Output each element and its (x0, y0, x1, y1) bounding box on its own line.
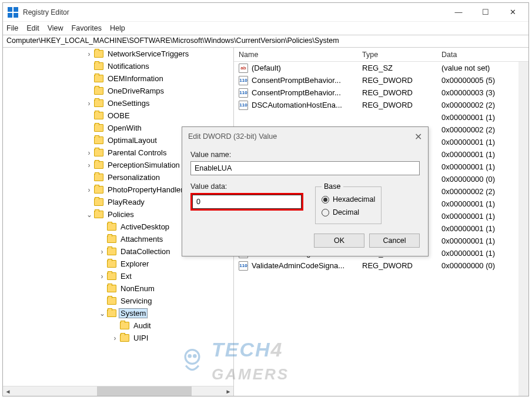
value-name: ValidateAdminCodeSigna... (252, 261, 344, 270)
dword-value-icon: 110 (239, 88, 248, 98)
folder-icon (107, 235, 116, 243)
list-row[interactable]: 110DSCAutomationHostEna...REG_DWORD0x000… (234, 99, 528, 111)
list-row[interactable]: 0x00000001 (1) (234, 111, 528, 124)
tree-label: PerceptionSimulation (106, 160, 182, 170)
radio-dec-icon (322, 209, 329, 216)
folder-icon (94, 62, 103, 70)
value-data: 0x00000001 (1) (437, 138, 528, 146)
menu-file[interactable]: File (6, 24, 18, 32)
menubar: File Edit View Favorites Help (3, 22, 528, 35)
tree-item[interactable]: Explorer (3, 258, 232, 270)
tree-item[interactable]: OEMInformation (3, 72, 232, 85)
folder-icon (107, 297, 116, 305)
folder-icon (94, 87, 103, 95)
tree-item[interactable]: ⌄System (3, 307, 232, 319)
tree-label: UIPI (132, 333, 150, 343)
expand-icon[interactable]: › (85, 99, 93, 108)
folder-icon (107, 309, 116, 317)
window-controls: — ☐ ✕ (445, 4, 526, 21)
expand-icon[interactable]: › (85, 50, 93, 58)
folder-icon (107, 285, 116, 292)
string-value-icon: ab (239, 64, 248, 73)
expand-icon[interactable]: › (85, 149, 93, 157)
titlebar[interactable]: Registry Editor — ☐ ✕ (3, 3, 528, 22)
radio-decimal[interactable]: Decimal (322, 206, 375, 219)
expand-icon[interactable]: ⌄ (85, 211, 93, 219)
expand-icon[interactable]: ⌄ (98, 309, 106, 318)
tree-item[interactable]: ›OneSettings (3, 97, 232, 109)
list-row[interactable]: 110ConsentPromptBehavior...REG_DWORD0x00… (234, 86, 528, 99)
dialog-titlebar[interactable]: Edit DWORD (32-bit) Value ✕ (182, 127, 428, 146)
folder-icon (94, 124, 103, 132)
list-row[interactable]: 110ValidateAdminCodeSigna...REG_DWORD0x0… (234, 259, 528, 272)
expand-icon[interactable]: › (85, 186, 93, 194)
expand-icon[interactable]: › (98, 272, 106, 281)
menu-help[interactable]: Help (110, 24, 125, 32)
value-data-field[interactable] (192, 195, 302, 209)
expand-icon[interactable]: › (111, 334, 119, 342)
scroll-right-button[interactable]: ► (223, 386, 233, 396)
address-bar[interactable]: Computer\HKEY_LOCAL_MACHINE\SOFTWARE\Mic… (3, 35, 528, 48)
scroll-thumb[interactable] (97, 386, 192, 396)
tree-label: OEMInformation (106, 74, 165, 84)
value-data: 0x00000001 (1) (437, 212, 528, 221)
dword-value-icon: 110 (239, 101, 248, 110)
dialog-close-button[interactable]: ✕ (414, 131, 422, 142)
scroll-track[interactable] (13, 386, 223, 396)
menu-view[interactable]: View (48, 24, 63, 32)
tree-label: OOBE (106, 111, 132, 121)
tree-item[interactable]: ›NetworkServiceTriggers (3, 48, 232, 60)
tree-item[interactable]: OOBE (3, 109, 232, 122)
tree-item[interactable]: Servicing (3, 295, 232, 307)
dialog-title: Edit DWORD (32-bit) Value (188, 132, 277, 141)
highlight-annotation (190, 193, 303, 211)
expand-icon[interactable]: › (98, 248, 106, 256)
tree-label: OneDriveRamps (106, 86, 166, 96)
list-row[interactable]: 110ConsentPromptBehavior...REG_DWORD0x00… (234, 74, 528, 86)
tree-label: Attachments (119, 234, 165, 244)
tree-item[interactable]: ›UIPI (3, 332, 232, 344)
value-data: 0x00000002 (2) (437, 101, 528, 109)
ok-button[interactable]: OK (314, 234, 364, 248)
folder-icon (94, 50, 103, 58)
cancel-button[interactable]: Cancel (369, 234, 420, 248)
folder-icon (94, 198, 103, 206)
tree-item[interactable]: NonEnum (3, 282, 232, 295)
list-header: Name Type Data (234, 48, 528, 62)
radio-hexadecimal[interactable]: Hexadecimal (322, 193, 375, 206)
value-name-field[interactable] (190, 161, 420, 175)
tree-hscrollbar[interactable]: ◄ ► (3, 386, 233, 396)
folder-icon (120, 322, 129, 329)
tree-item[interactable]: Audit (3, 319, 232, 332)
list-row[interactable]: ab(Default)REG_SZ(value not set) (234, 62, 528, 74)
tree-label: Policies (106, 209, 136, 219)
value-data: 0x00000000 (0) (437, 175, 528, 184)
expand-icon[interactable]: › (85, 161, 93, 169)
minimize-button[interactable]: — (445, 4, 472, 21)
folder-icon (107, 248, 116, 255)
column-data[interactable]: Data (437, 51, 528, 59)
tree-label: PlayReady (106, 197, 146, 207)
tree-label: Notifications (106, 61, 151, 71)
tree-item[interactable]: Notifications (3, 60, 232, 72)
column-name[interactable]: Name (234, 51, 357, 59)
value-data-label: Value data: (190, 182, 303, 191)
menu-edit[interactable]: Edit (26, 24, 39, 32)
tree-label: NetworkServiceTriggers (106, 49, 190, 59)
value-data: 0x00000002 (2) (437, 187, 528, 196)
column-type[interactable]: Type (357, 51, 437, 59)
tree-label: OpenWith (106, 123, 143, 133)
list-vscrollbar[interactable] (518, 62, 528, 396)
folder-icon (107, 260, 116, 268)
tree-label: OptimalLayout (106, 135, 159, 145)
scroll-left-button[interactable]: ◄ (3, 386, 13, 396)
menu-favorites[interactable]: Favorites (72, 24, 102, 32)
value-data: 0x00000001 (1) (437, 249, 528, 258)
close-button[interactable]: ✕ (499, 4, 526, 21)
dword-value-icon: 110 (239, 261, 248, 271)
tree-item[interactable]: ›Ext (3, 270, 232, 282)
folder-icon (107, 223, 116, 231)
tree-item[interactable]: OneDriveRamps (3, 85, 232, 97)
tree-label: ActiveDesktop (119, 222, 171, 232)
maximize-button[interactable]: ☐ (472, 4, 499, 21)
